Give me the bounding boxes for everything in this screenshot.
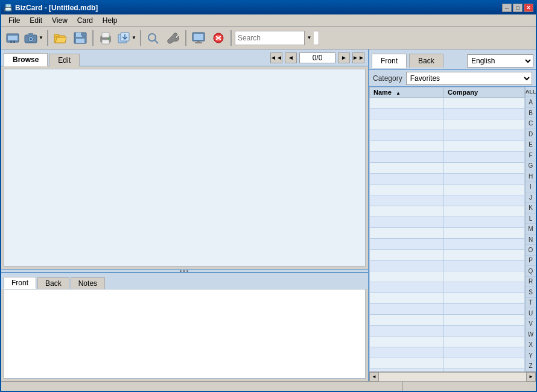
camera-dropdown-arrow[interactable]: ▼ — [38, 29, 44, 47]
table-row[interactable] — [370, 109, 525, 119]
alpha-item-d[interactable]: D — [526, 129, 536, 139]
camera-button[interactable] — [24, 29, 38, 47]
alpha-item-k[interactable]: K — [526, 203, 536, 213]
table-row[interactable] — [370, 271, 525, 282]
table-row[interactable] — [370, 206, 525, 217]
print-button[interactable] — [97, 29, 115, 47]
nav-last-button[interactable]: ►► — [352, 52, 364, 63]
alpha-item-h[interactable]: H — [526, 171, 536, 182]
alpha-item-n[interactable]: N — [526, 235, 536, 245]
table-row[interactable] — [370, 228, 525, 239]
alpha-item-g[interactable]: G — [526, 160, 536, 171]
table-row[interactable] — [370, 98, 525, 109]
data-table-wrapper[interactable]: Name ▲ Company — [369, 87, 525, 371]
table-row[interactable] — [370, 282, 525, 293]
exit-button[interactable] — [209, 29, 227, 47]
alpha-item-j[interactable]: J — [526, 192, 536, 203]
table-row[interactable] — [370, 185, 525, 195]
nav-prev-button[interactable]: ◄ — [285, 52, 297, 63]
alpha-item-i[interactable]: I — [526, 182, 536, 192]
tab-notes[interactable]: Notes — [71, 277, 105, 289]
table-row[interactable] — [370, 141, 525, 152]
table-row[interactable] — [370, 119, 525, 130]
col-company[interactable]: Company — [444, 87, 525, 98]
language-select[interactable]: English Japanese Chinese German French — [467, 54, 533, 68]
cell-company — [444, 206, 525, 217]
left-panel: Browse Edit ◄◄ ◄ 0/0 ► ►► ••• Front Back — [1, 49, 369, 381]
alpha-item-p[interactable]: P — [526, 256, 536, 266]
alpha-item-a[interactable]: A — [526, 97, 536, 107]
tab-card-back[interactable]: Back — [409, 54, 443, 68]
alpha-item-y[interactable]: Y — [526, 350, 536, 361]
cell-company — [444, 228, 525, 239]
table-row[interactable] — [370, 358, 525, 369]
alpha-item-f[interactable]: F — [526, 150, 536, 160]
menu-help[interactable]: Help — [98, 15, 122, 26]
alpha-item-r[interactable]: R — [526, 277, 536, 287]
table-row[interactable] — [370, 152, 525, 163]
card-detail-tabs: Front Back Notes — [1, 273, 368, 289]
import-button[interactable] — [116, 29, 131, 47]
tab-back[interactable]: Back — [37, 277, 69, 289]
table-row[interactable] — [370, 195, 525, 206]
alpha-item-b[interactable]: B — [526, 108, 536, 118]
alpha-item-w[interactable]: W — [526, 329, 536, 340]
monitor-button[interactable] — [189, 29, 208, 47]
table-row[interactable] — [370, 293, 525, 304]
scroll-right-button[interactable]: ► — [526, 372, 536, 382]
alpha-item-m[interactable]: M — [526, 224, 536, 234]
alpha-item-e[interactable]: E — [526, 139, 536, 150]
alpha-item-l[interactable]: L — [526, 213, 536, 224]
table-row[interactable] — [370, 163, 525, 174]
table-row[interactable] — [370, 304, 525, 315]
table-row[interactable] — [370, 174, 525, 185]
tab-edit[interactable]: Edit — [49, 54, 80, 66]
alpha-item-x[interactable]: X — [526, 340, 536, 350]
alpha-item-u[interactable]: U — [526, 308, 536, 318]
tools-button[interactable] — [164, 29, 182, 47]
menu-card[interactable]: Card — [72, 15, 98, 26]
search-tool-button[interactable] — [144, 29, 162, 47]
menu-view[interactable]: View — [47, 15, 72, 26]
table-row[interactable] — [370, 239, 525, 250]
close-button[interactable]: ✕ — [524, 4, 533, 12]
table-row[interactable] — [370, 217, 525, 228]
table-row[interactable] — [370, 337, 525, 347]
cell-company — [444, 174, 525, 185]
alpha-item-s[interactable]: S — [526, 287, 536, 297]
col-name[interactable]: Name ▲ — [370, 87, 444, 98]
scan-button[interactable] — [4, 29, 22, 47]
scroll-track[interactable] — [379, 372, 526, 382]
alpha-item-v[interactable]: V — [526, 319, 536, 329]
tab-browse[interactable]: Browse — [4, 53, 48, 66]
cell-name — [370, 98, 444, 109]
menu-file[interactable]: File — [4, 15, 25, 26]
table-row[interactable] — [370, 261, 525, 271]
alpha-item-t[interactable]: T — [526, 298, 536, 308]
table-row[interactable] — [370, 250, 525, 261]
alpha-item-c[interactable]: C — [526, 118, 536, 128]
svg-rect-7 — [28, 33, 33, 36]
alpha-item-z[interactable]: Z — [526, 361, 536, 371]
open-button[interactable] — [51, 29, 69, 47]
tab-card-front[interactable]: Front — [372, 54, 407, 68]
menu-edit[interactable]: Edit — [25, 15, 47, 26]
table-row[interactable] — [370, 315, 525, 326]
maximize-button[interactable]: □ — [513, 4, 523, 12]
search-dropdown-arrow[interactable]: ▼ — [304, 31, 314, 45]
save-button[interactable] — [71, 29, 89, 47]
table-row[interactable] — [370, 130, 525, 141]
import-dropdown-arrow[interactable]: ▼ — [131, 29, 137, 47]
table-row[interactable] — [370, 347, 525, 358]
alpha-item-q[interactable]: Q — [526, 266, 536, 276]
tab-front[interactable]: Front — [4, 277, 36, 289]
nav-next-button[interactable]: ► — [338, 52, 350, 63]
category-select[interactable]: Favorites Business Personal All — [406, 72, 532, 85]
scroll-left-button[interactable]: ◄ — [369, 372, 379, 382]
nav-first-button[interactable]: ◄◄ — [270, 52, 282, 63]
minimize-button[interactable]: ─ — [502, 4, 512, 12]
alpha-item-all[interactable]: ALL — [526, 87, 536, 97]
table-row[interactable] — [370, 326, 525, 337]
alpha-item-o[interactable]: O — [526, 245, 536, 255]
search-input[interactable] — [238, 34, 304, 42]
